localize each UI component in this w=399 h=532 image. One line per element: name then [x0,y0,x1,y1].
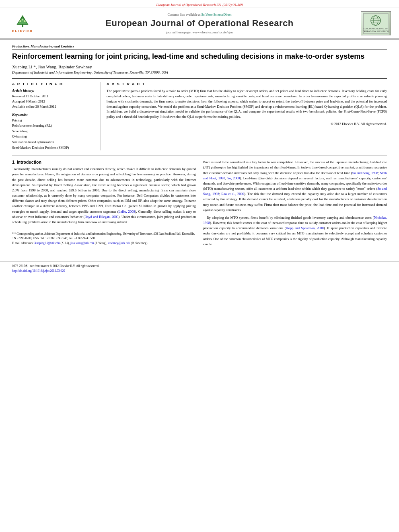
available-date: Available online 20 March 2012 [12,104,96,109]
history-label: Article history: [12,88,96,92]
journal-logo-box: EUROPEAN JOURNAL OF OPERATIONAL RESEARCH [361,11,391,35]
ref-leibs[interactable]: Leibs, 2000 [119,210,135,214]
article-info-heading: A R T I C L E I N F O [12,82,96,86]
received-date: Received 11 October 2011 [12,94,96,99]
abstract-column: A B S T R A C T The paper investigates a… [107,82,387,150]
section-tag: Production, Manufacturing and Logistics [12,44,387,49]
elsevier-logo-area: ELSEVIER [8,12,40,35]
accepted-date: Accepted 9 March 2012 [12,99,96,104]
email3-link[interactable]: sawhney@utk.edu [108,241,130,245]
contents-text: Contents lists available at [168,13,202,16]
abstract-heading: A B S T R A C T [107,82,387,86]
svg-point-4 [24,20,26,22]
issn-line: 0377-2217/$ - see front matter © 2012 El… [12,264,387,269]
ref-boyd[interactable]: Boyd and Bilegan, 2003 [84,215,118,219]
email-label: E-mail addresses: [12,241,33,245]
journal-header: ELSEVIER Contents lists available at Sci… [0,8,399,39]
abstract-text: The paper investigates a problem faced b… [107,88,387,119]
email2-name: (J. Wang), [94,241,107,245]
svg-point-3 [19,20,21,22]
right-para2: By adopting the MTO system, firms benefi… [203,215,387,247]
bottom-bar: 0377-2217/$ - see front matter © 2012 El… [0,261,399,273]
footnote-star: * * Corresponding author. Address: Depar… [12,232,196,241]
keyword-smdp: Semi-Markov Decision Problem (SMDP) [12,145,96,151]
keyword-rl: Reinforcement learning (RL) [12,123,96,129]
ref-sosong1998[interactable]: So and Song, 1998 [352,171,378,175]
intro-para1: Traditionally, manufacturers usually do … [12,166,196,225]
body-right-column: Price is used to be considered as a key … [203,160,387,249]
journal-title: European Journal of Operational Research [40,18,359,29]
section-divider [12,155,387,156]
paper-content: Production, Manufacturing and Logistics … [0,39,399,257]
email1-link[interactable]: Xueping.Li@utk.edu [34,241,60,245]
elsevier-text: ELSEVIER [12,29,33,33]
copyright-line: © 2012 Elsevier B.V. All rights reserved… [107,122,387,126]
article-info-column: A R T I C L E I N F O Article history: R… [12,82,101,150]
author-names: Xueping Li *, Jiao Wang, Rapinder Sawhne… [12,64,92,69]
intro-para1-text: Traditionally, manufacturers usually do … [12,167,196,224]
right-para1: Price is used to be considered as a key … [203,160,387,213]
paper-title: Reinforcement learning for joint pricing… [12,52,387,61]
top-bar: European Journal of Operational Research… [0,0,399,8]
email1-name: (X. Li), [60,241,70,245]
footnote-email: E-mail addresses: Xueping.Li@utk.edu (X.… [12,241,196,245]
elsevier-logo: ELSEVIER [8,12,37,35]
keyword-scheduling: Scheduling [12,129,96,134]
svg-point-5 [22,19,23,21]
article-info-abstract-section: A R T I C L E I N F O Article history: R… [12,78,387,150]
keyword-pricing: Pricing [12,118,96,123]
ejor-logo-icon: EUROPEAN JOURNAL OF OPERATIONAL RESEARCH [363,12,389,35]
elsevier-tree-icon [14,14,31,29]
ref-hopp[interactable]: Hopp and Spearman, 2000 [286,226,324,230]
keyword-simulation: Simulation-based optimization [12,140,96,145]
journal-header-center: Contents lists available at SciVerse Sci… [40,13,359,34]
svg-text:OPERATIONAL RESEARCH: OPERATIONAL RESEARCH [363,30,389,33]
affiliation: Department of Industrial and Information… [12,70,387,74]
journal-header-right: EUROPEAN JOURNAL OF OPERATIONAL RESEARCH [359,11,391,35]
journal-reference: European Journal of Operational Research… [156,3,243,7]
ref-rao[interactable]: Rao et al., 2000 [221,192,244,196]
footnote-area: * * Corresponding author. Address: Depar… [12,229,196,245]
email2-link[interactable]: jiao.wang@utk.edu [70,241,94,245]
keywords-label: Keywords: [12,113,96,117]
footnote-star-text: * Corresponding author. Address: Departm… [12,232,195,240]
contents-line: Contents lists available at SciVerse Sci… [40,13,359,16]
ref-nicholas[interactable]: Nicholas, 1998 [203,216,387,225]
homepage-line: journal homepage: www.elsevier.com/locat… [40,30,359,34]
issn-text: 0377-2217/$ - see front matter © 2012 El… [12,264,99,268]
email3-name: (R. Sawhney). [130,241,148,245]
doi-line: http://dx.doi.org/10.1016/j.ejor.2012.03… [12,269,387,273]
intro-heading: 1. Introduction [12,160,196,164]
doi-link[interactable]: http://dx.doi.org/10.1016/j.ejor.2012.03… [12,269,65,273]
body-left-column: 1. Introduction Traditionally, manufactu… [12,160,196,249]
sciverse-link[interactable]: SciVerse ScienceDirect [202,13,232,16]
authors: Xueping Li *, Jiao Wang, Rapinder Sawhne… [12,64,387,69]
svg-text:EUROPEAN JOURNAL OF: EUROPEAN JOURNAL OF [364,27,388,30]
keyword-qlearning: Q-learning [12,134,96,140]
ref-so2000[interactable]: So, 2000 [227,176,240,180]
body-section: 1. Introduction Traditionally, manufactu… [12,160,387,249]
